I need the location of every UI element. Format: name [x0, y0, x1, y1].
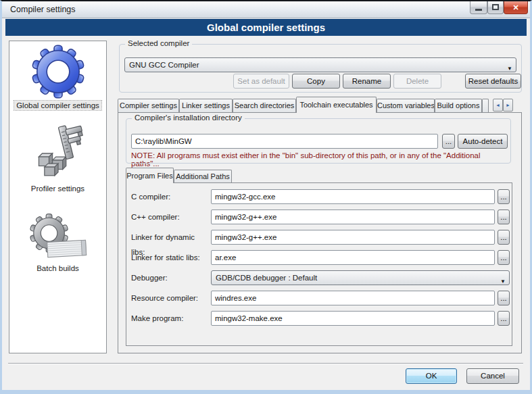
rename-button[interactable]: Rename: [343, 74, 391, 89]
installation-directory-legend: Compiler's installation directory: [132, 114, 245, 122]
browse-button[interactable]: ...: [498, 230, 510, 245]
batch-builds-icon: [25, 210, 91, 262]
sidebar-item-label: Profiler settings: [9, 184, 106, 193]
tab-linker-settings[interactable]: Linker settings: [179, 99, 233, 113]
field-label: Linker for dynamic libs:: [131, 230, 209, 245]
browse-button[interactable]: ...: [498, 291, 510, 305]
tab-overflow-sliver[interactable]: [482, 99, 489, 113]
cpp-compiler-input[interactable]: [211, 210, 495, 224]
field-label: C++ compiler:: [131, 210, 209, 224]
reset-defaults-button[interactable]: Reset defaults: [465, 74, 521, 89]
subtab-program-files[interactable]: Program Files: [126, 168, 174, 183]
field-label: Debugger:: [131, 270, 209, 285]
caliper-icon: [30, 125, 87, 182]
tab-toolchain-executables[interactable]: Toolchain executables: [296, 97, 377, 113]
delete-button[interactable]: Delete: [393, 74, 441, 89]
sidebar-item-label: Global compiler settings: [9, 101, 106, 109]
tab-scroll-right-button[interactable]: ►: [503, 99, 513, 112]
gear-blue-icon: [31, 45, 85, 99]
browse-button[interactable]: ...: [498, 210, 510, 224]
field-label: Resource compiler:: [131, 291, 209, 305]
minimize-icon: [475, 9, 482, 11]
compiler-select-value: GNU GCC Compiler: [129, 61, 199, 69]
settings-category-list: Global compiler settings: [9, 41, 107, 353]
resource-compiler-input[interactable]: [211, 291, 495, 305]
chevron-down-icon: ▼: [500, 275, 506, 285]
installation-directory-input[interactable]: [131, 134, 438, 149]
sidebar-item-label: Batch builds: [9, 264, 106, 272]
make-program-input[interactable]: [211, 311, 495, 326]
compiler-settings-window: Compiler settings ✕ Global compiler sett…: [0, 0, 532, 394]
chevron-down-icon: ▼: [507, 62, 512, 72]
set-as-default-button[interactable]: Set as default: [233, 74, 289, 89]
debugger-select-value: GDB/CDB debugger : Default: [216, 274, 317, 282]
dynamic-linker-input[interactable]: [211, 230, 495, 245]
browse-button[interactable]: ...: [498, 311, 510, 326]
page-title: Global compiler settings: [5, 19, 527, 36]
field-label: Make program:: [131, 311, 209, 326]
tab-search-directories[interactable]: Search directories: [233, 99, 296, 113]
cancel-button[interactable]: Cancel: [466, 368, 519, 384]
subtab-additional-paths[interactable]: Additional Paths: [174, 170, 232, 183]
copy-button[interactable]: Copy: [292, 74, 340, 89]
autodetect-button[interactable]: Auto-detect: [458, 134, 508, 149]
browse-install-dir-button[interactable]: ...: [442, 134, 455, 149]
maximize-button[interactable]: [487, 1, 504, 14]
field-label: C compiler:: [131, 189, 209, 204]
right-arrow-icon: ►: [506, 103, 510, 107]
footer-divider: [8, 363, 523, 364]
close-icon: ✕: [512, 3, 518, 11]
close-button[interactable]: ✕: [504, 1, 528, 14]
maximize-icon: [492, 4, 499, 10]
field-label: Linker for static libs:: [131, 250, 209, 265]
compiler-select[interactable]: GNU GCC Compiler ▼: [124, 57, 516, 72]
window-title: Compiler settings: [10, 5, 76, 14]
tab-custom-variables[interactable]: Custom variables: [377, 99, 435, 113]
browse-button[interactable]: ...: [498, 250, 510, 265]
browse-button[interactable]: ...: [498, 189, 510, 204]
tab-build-options[interactable]: Build options: [435, 99, 482, 113]
left-arrow-icon: ◄: [495, 103, 500, 107]
tab-scroll-left-button[interactable]: ◄: [493, 99, 503, 112]
c-compiler-input[interactable]: [211, 189, 495, 204]
debugger-select[interactable]: GDB/CDB debugger : Default ▼: [211, 270, 510, 285]
tab-compiler-settings[interactable]: Compiler settings: [118, 99, 179, 113]
ok-button[interactable]: OK: [406, 368, 457, 384]
titlebar[interactable]: Compiler settings: [2, 1, 530, 18]
selected-compiler-legend: Selected compiler: [125, 39, 192, 47]
minimize-button[interactable]: [470, 1, 487, 14]
static-linker-input[interactable]: [211, 250, 495, 265]
